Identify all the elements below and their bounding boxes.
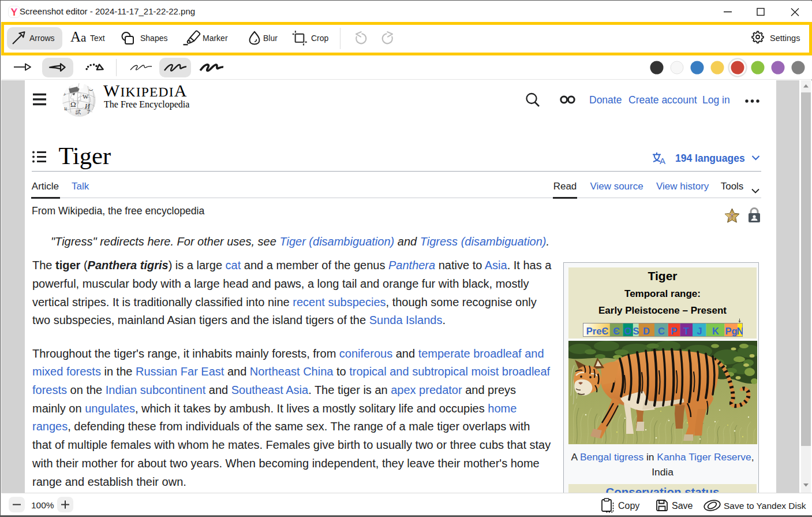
svg-text:O: O xyxy=(624,326,632,336)
svg-text:Є: Є xyxy=(613,326,620,336)
svg-text:ب: ب xyxy=(89,87,93,92)
svg-text:Ω: Ω xyxy=(70,100,76,109)
svg-text:W: W xyxy=(83,93,89,100)
svg-text:ม: ม xyxy=(64,106,67,111)
svg-text:T: T xyxy=(683,326,689,336)
svg-text:S: S xyxy=(633,326,639,336)
svg-text:C: C xyxy=(658,326,665,336)
svg-text:A: A xyxy=(660,156,665,165)
svg-text:N: N xyxy=(737,326,743,336)
svg-text:K: K xyxy=(712,326,719,336)
svg-text:د: د xyxy=(63,91,66,96)
svg-text:D: D xyxy=(643,326,650,336)
svg-text:PreЄ: PreЄ xyxy=(586,326,609,336)
svg-text:P: P xyxy=(671,326,677,336)
svg-text:Pg: Pg xyxy=(725,326,737,336)
svg-text:試: 試 xyxy=(76,109,81,115)
svg-text:7: 7 xyxy=(87,109,90,115)
svg-text:J: J xyxy=(697,326,702,336)
